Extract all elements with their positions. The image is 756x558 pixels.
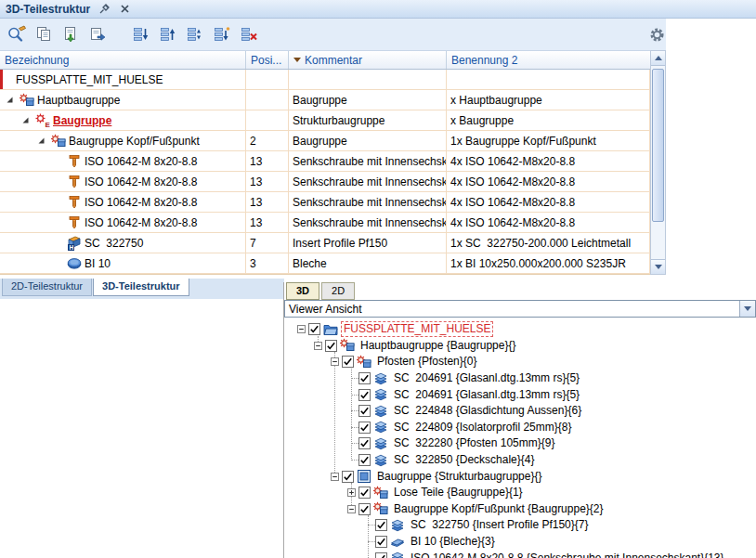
tree-item[interactable]: FUSSPLATTE_MIT_HUELSE (284, 321, 756, 338)
checkbox[interactable] (358, 503, 371, 515)
view-select[interactable]: Viewer Ansicht (284, 300, 756, 318)
checkbox[interactable] (375, 536, 387, 548)
table-row[interactable]: EBaugruppeStrukturbaugruppex Baugruppe (0, 110, 650, 131)
table-row[interactable]: HSC 3227507Insert Profile Pf1501x SC 322… (0, 233, 650, 253)
pin-icon[interactable] (98, 3, 111, 16)
tree-item[interactable]: ISO 10642-M 8x20-8.8 {Senkschraube mit I… (284, 550, 756, 558)
tree-item[interactable]: SC 224809 {Isolatorprofil 25mm}{8} (284, 420, 756, 436)
tree-item-label[interactable]: Lose Teile {Baugruppe}{1} (391, 485, 526, 500)
copy-icon[interactable] (31, 22, 56, 47)
tree-item[interactable]: Baugruppe {Strukturbaugruppe}{} (284, 468, 756, 485)
scroll-down-button[interactable] (651, 259, 665, 274)
tree-item-label[interactable]: SC 322750 {Insert Profile Pf150}{7} (408, 517, 591, 533)
tree-item[interactable]: SC 322750 {Insert Profile Pf150}{7} (284, 517, 756, 534)
checkbox[interactable] (358, 422, 371, 434)
tree-item-label[interactable]: Hauptbaugruppe {Baugruppe}{} (358, 338, 519, 354)
table-row[interactable]: FUSSPLATTE_MIT_HUELSE (0, 70, 650, 90)
collapse-arrow-icon[interactable] (37, 131, 51, 150)
checkbox[interactable] (308, 323, 320, 335)
tree-item[interactable]: Lose Teile {Baugruppe}{1} (284, 485, 756, 501)
table-row[interactable]: ISO 10642-M 8x20-8.813Senkschraube mit I… (0, 172, 650, 192)
tree-item[interactable]: SC 204691 {Glasanl.dtg.13mm rs}{5} (284, 386, 756, 403)
tree-item-label[interactable]: SC 322280 {Pfosten 105mm}{9} (391, 435, 557, 451)
tree-item-label[interactable]: SC 322850 {Deckschale}{4} (391, 452, 537, 468)
tree-item-label[interactable]: SC 224809 {Isolatorprofil 25mm}{8} (391, 420, 574, 435)
cell-text: Senkschraube mit Innensechsk... (293, 155, 447, 168)
vertical-scrollbar[interactable] (650, 50, 666, 275)
checkbox[interactable] (358, 389, 371, 401)
column-header-bezeichnung[interactable]: Bezeichnung (0, 51, 246, 69)
tree-item-label[interactable]: SC 204691 {Glasanl.dtg.13mm rs}{5} (391, 387, 582, 403)
clear-sort-icon[interactable] (236, 22, 261, 47)
table-row[interactable]: Baugruppe Kopf/Fußpunkt2Baugruppe1x Baug… (0, 131, 650, 151)
column-header-benennung2[interactable]: Benennung 2 (447, 51, 650, 69)
tree-item-label[interactable]: FUSSPLATTE_MIT_HUELSE (341, 321, 493, 337)
checkbox[interactable] (342, 356, 354, 368)
sort-custom-icon[interactable] (209, 22, 234, 47)
refpart-icon (373, 436, 388, 451)
checkbox[interactable] (375, 552, 387, 558)
scroll-thumb[interactable] (652, 69, 664, 222)
sort-ascending-icon[interactable] (128, 22, 153, 47)
checkbox[interactable] (358, 487, 371, 499)
tree-item[interactable]: SC 224848 {Glasdichtung Aussen}{6} (284, 403, 756, 420)
tab-2d-teilestruktur[interactable]: 2D-Teilestruktur (2, 279, 92, 296)
chevron-down-icon[interactable] (739, 301, 755, 317)
close-icon[interactable] (118, 3, 131, 16)
checkbox[interactable] (325, 340, 337, 352)
paste-icon[interactable] (58, 22, 83, 47)
tree-item-label[interactable]: Baugruppe Kopf/Fußpunkt {Baugruppe}{2} (391, 501, 606, 517)
collapse-icon[interactable] (295, 321, 308, 338)
column-header-posi[interactable]: Posi... (246, 51, 289, 69)
collapse-arrow-icon[interactable] (21, 110, 35, 130)
collapse-icon[interactable] (329, 468, 342, 485)
checkbox[interactable] (375, 519, 387, 531)
checkbox[interactable] (358, 437, 371, 449)
disc-icon (67, 256, 83, 271)
table-row[interactable]: HauptbaugruppeBaugruppex Hauptbaugruppe (0, 90, 650, 110)
tree-item-label[interactable]: SC 224848 {Glasdichtung Aussen}{6} (391, 403, 584, 419)
tree-item[interactable]: SC 322850 {Deckschale}{4} (284, 452, 756, 469)
sort-descending-icon[interactable] (155, 22, 180, 47)
cell-posi: 7 (246, 233, 289, 253)
tree-item-label[interactable]: SC 204691 {Glasanl.dtg.13mm rs}{5} (391, 370, 582, 386)
cell-bezeichnung: Baugruppe Kopf/Fußpunkt (0, 131, 246, 150)
screw-icon (67, 215, 83, 230)
collapse-icon[interactable] (312, 338, 325, 355)
scroll-up-button[interactable] (651, 51, 665, 66)
assembly-active-icon: E (35, 113, 51, 128)
checkbox[interactable] (342, 471, 354, 483)
column-header-kommentar[interactable]: Kommentar (289, 51, 447, 69)
tree-item-label[interactable]: ISO 10642-M 8x20-8.8 {Senkschraube mit I… (408, 551, 727, 558)
tree-item[interactable]: Baugruppe Kopf/Fußpunkt {Baugruppe}{2} (284, 501, 756, 518)
table-row[interactable]: ISO 10642-M 8x20-8.813Senkschraube mit I… (0, 213, 650, 233)
collapse-icon[interactable] (345, 501, 358, 518)
table-row[interactable]: ISO 10642-M 8x20-8.813Senkschraube mit I… (0, 151, 650, 172)
tab-2d[interactable]: 2D (321, 282, 355, 300)
tree-item[interactable]: BI 10 {Bleche}{3} (284, 534, 756, 551)
collapse-icon[interactable] (329, 354, 342, 370)
refpart-icon (390, 551, 405, 558)
link-icon[interactable] (85, 22, 110, 47)
tree-item-label[interactable]: BI 10 {Bleche}{3} (408, 534, 498, 550)
collapse-arrow-icon[interactable] (6, 90, 20, 110)
tree-item[interactable]: Hauptbaugruppe {Baugruppe}{} (284, 338, 756, 355)
checkbox[interactable] (358, 454, 371, 466)
tree-item[interactable]: Pfosten {Pfosten}{0} (284, 354, 756, 370)
tree-item-label[interactable]: Pfosten {Pfosten}{0} (374, 354, 479, 370)
checkbox[interactable] (358, 372, 371, 384)
table-row[interactable]: ISO 10642-M 8x20-8.813Senkschraube mit I… (0, 192, 650, 213)
tab-3d[interactable]: 3D (286, 282, 319, 300)
tree-connector (362, 550, 375, 558)
expand-icon[interactable] (345, 485, 358, 501)
cell-bezeichnung: EBaugruppe (0, 110, 246, 130)
tree-item[interactable]: SC 204691 {Glasanl.dtg.13mm rs}{5} (284, 370, 756, 387)
table-row[interactable]: BI 103Bleche1x BI 10x250.000x200.000 S23… (0, 253, 650, 274)
search-settings-icon[interactable] (4, 22, 29, 47)
sort-columns-icon[interactable] (182, 22, 207, 47)
tree-item[interactable]: SC 322280 {Pfosten 105mm}{9} (284, 435, 756, 452)
settings-gear-icon[interactable] (645, 22, 669, 46)
tab-3d-teilestruktur[interactable]: 3D-Teilestruktur (93, 279, 189, 296)
checkbox[interactable] (358, 405, 371, 417)
tree-item-label[interactable]: Baugruppe {Strukturbaugruppe}{} (374, 469, 544, 485)
